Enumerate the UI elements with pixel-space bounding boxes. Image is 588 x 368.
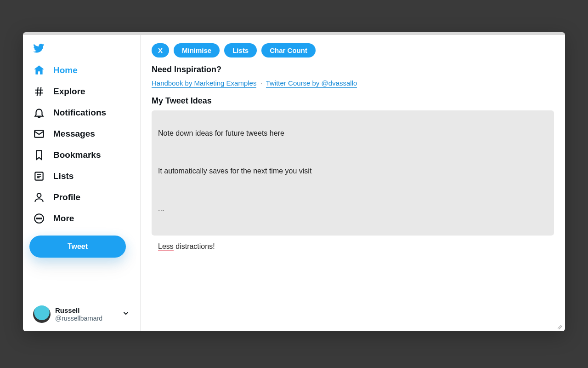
lists-button[interactable]: Lists (224, 43, 257, 58)
inspiration-heading: Need Inspiration? (152, 65, 554, 75)
account-text: Russell @russellbarnard (55, 306, 117, 322)
tweet-button[interactable]: Tweet (29, 236, 126, 258)
main-content: X Minimise Lists Char Count Need Inspira… (141, 35, 565, 331)
sidebar-item-label: Home (53, 65, 78, 75)
app-window: Home Explore Notifications Messages (23, 32, 565, 331)
inspiration-links: Handbook by Marketing Examples · Twitter… (152, 79, 554, 87)
sidebar-item-label: Explore (53, 86, 85, 97)
link-twitter-course[interactable]: Twitter Course by @dvassallo (266, 79, 357, 88)
sidebar-item-label: Lists (53, 171, 74, 181)
sidebar: Home Explore Notifications Messages (23, 35, 141, 331)
sidebar-item-lists[interactable]: Lists (29, 166, 134, 187)
sidebar-item-label: Bookmarks (53, 150, 101, 160)
sidebar-item-messages[interactable]: Messages (29, 123, 134, 144)
sidebar-item-more[interactable]: More (29, 208, 134, 229)
svg-point-6 (40, 218, 41, 219)
ideas-heading: My Tweet Ideas (152, 96, 554, 106)
sidebar-item-label: Messages (53, 129, 95, 139)
ideas-line: Less distractions! (158, 241, 548, 252)
sidebar-item-label: More (53, 213, 74, 224)
nav: Home Explore Notifications Messages (29, 60, 134, 229)
close-button[interactable]: X (152, 43, 169, 58)
profile-icon (33, 191, 45, 203)
tweet-ideas-textarea[interactable]: Note down ideas for future tweets here I… (152, 110, 554, 236)
spellcheck-underline: Less (158, 242, 174, 251)
toolbar: X Minimise Lists Char Count (152, 43, 554, 58)
resize-handle-icon[interactable] (558, 325, 562, 329)
ideas-line: It automatically saves for the next time… (158, 166, 548, 177)
account-switcher[interactable]: Russell @russellbarnard (29, 302, 134, 327)
sidebar-item-label: Notifications (53, 108, 106, 118)
bell-icon (33, 107, 45, 119)
sidebar-item-profile[interactable]: Profile (29, 187, 134, 208)
svg-point-2 (37, 193, 41, 197)
logo[interactable] (29, 40, 134, 57)
separator-dot: · (259, 79, 264, 87)
list-icon (33, 170, 45, 182)
sidebar-item-notifications[interactable]: Notifications (29, 102, 134, 123)
ideas-line: ... (158, 203, 548, 214)
sidebar-item-bookmarks[interactable]: Bookmarks (29, 144, 134, 166)
bookmark-icon (33, 149, 45, 161)
minimise-button[interactable]: Minimise (174, 43, 220, 58)
envelope-icon (33, 128, 45, 140)
svg-point-4 (37, 218, 38, 219)
sidebar-item-explore[interactable]: Explore (29, 81, 134, 102)
ideas-line: Note down ideas for future tweets here (158, 128, 548, 139)
account-handle: @russellbarnard (55, 315, 117, 322)
account-name: Russell (55, 306, 117, 314)
sidebar-item-home[interactable]: Home (29, 60, 134, 81)
chevron-down-icon (122, 309, 130, 319)
home-icon (33, 64, 45, 76)
link-marketing-handbook[interactable]: Handbook by Marketing Examples (152, 79, 256, 88)
hash-icon (33, 86, 45, 98)
sidebar-item-label: Profile (53, 192, 80, 202)
avatar (33, 305, 51, 323)
svg-point-5 (39, 218, 40, 219)
twitter-bird-icon (33, 42, 45, 54)
char-count-button[interactable]: Char Count (261, 43, 316, 58)
more-icon (33, 213, 45, 224)
